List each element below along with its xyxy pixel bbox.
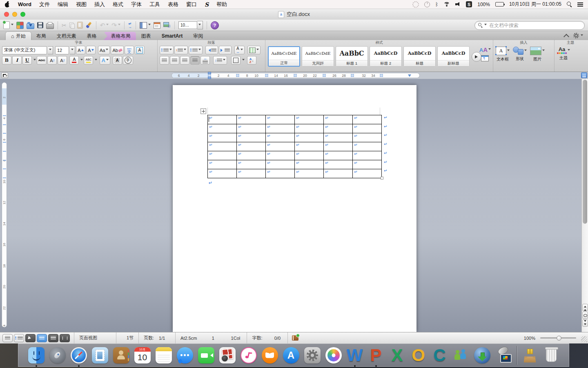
sync-status-icon[interactable] <box>412 1 419 8</box>
previous-page-button[interactable] <box>582 304 588 311</box>
italic-button[interactable]: I <box>12 56 22 65</box>
ribbon-tab-表格布局[interactable]: 表格布局 <box>104 32 136 40</box>
collapse-ribbon-icon[interactable] <box>564 34 569 40</box>
dock-powerpoint-icon[interactable]: P <box>366 345 386 366</box>
distribute-text-button[interactable]: ↔ <box>200 56 210 65</box>
table-cell[interactable]: ↵ <box>353 142 382 151</box>
minimize-window-button[interactable] <box>12 12 17 17</box>
menubar-menu[interactable]: 字体 <box>131 1 142 8</box>
table-cell[interactable]: ↵ <box>353 169 382 178</box>
style-card-标题[interactable]: AaBbCcD标题 <box>403 46 436 67</box>
table-cell[interactable]: ↵ <box>237 151 266 160</box>
table-row-marker[interactable] <box>3 124 6 125</box>
input-method-icon[interactable]: S <box>466 1 472 7</box>
document-page[interactable]: ↵↵↵↵↵↵↵↵↵↵↵↵↵↵↵↵↵↵↵↵↵↵↵↵↵↵↵↵↵↵↵↵↵↵↵↵↵↵↵↵… <box>173 85 416 332</box>
vertical-scrollbar[interactable] <box>581 79 588 332</box>
character-spacing-button[interactable]: A↔ <box>234 46 245 54</box>
gallery-button[interactable] <box>16 22 24 29</box>
document-proxy-icon[interactable]: a <box>278 11 284 18</box>
numbering-button[interactable]: 1 <box>174 46 188 54</box>
indent-marker[interactable] <box>408 74 411 78</box>
section-indicator[interactable]: 1节 <box>116 335 138 341</box>
ribbon-tab-开始[interactable]: ⌂开始 <box>6 32 31 40</box>
window-resize-grip[interactable] <box>581 336 587 342</box>
wifi-icon[interactable] <box>443 2 450 7</box>
table-cell[interactable]: ↵ <box>208 142 237 151</box>
table-cell[interactable]: ↵ <box>266 133 295 142</box>
subscript-button[interactable]: A2 <box>58 56 67 65</box>
show-formatting-marks-button[interactable]: ↵→ <box>128 22 132 29</box>
table-row-marker[interactable] <box>3 160 6 161</box>
table-column-marker[interactable] <box>236 74 239 77</box>
zoom-window-button[interactable] <box>20 12 25 17</box>
word-count-value[interactable]: 0/0 <box>267 336 287 341</box>
change-case-button[interactable]: Aa <box>98 46 110 54</box>
columns-button[interactable] <box>247 46 261 54</box>
dock-calendar-icon[interactable]: 10月10 <box>133 345 152 366</box>
save-button[interactable] <box>37 22 43 28</box>
time-machine-icon[interactable] <box>424 2 430 7</box>
dock-safari-icon[interactable] <box>69 345 89 366</box>
themes-button[interactable]: Aa 主题 <box>557 47 570 61</box>
publishing-layout-view-button[interactable] <box>25 334 36 342</box>
margin-handle-top[interactable] <box>208 72 211 74</box>
table-row-marker[interactable] <box>3 142 6 143</box>
menubar-menu[interactable]: 视图 <box>76 1 87 8</box>
print-button[interactable] <box>46 22 54 29</box>
media-browser-button[interactable]: ♫ <box>163 22 171 28</box>
underline-dropdown-icon[interactable] <box>33 59 36 62</box>
align-center-button[interactable] <box>170 56 179 65</box>
menubar-menu[interactable]: 文件 <box>39 1 50 8</box>
ribbon-tab-文档元素[interactable]: 文档元素 <box>51 32 82 40</box>
table-cell[interactable]: ↵ <box>295 160 324 169</box>
table-cell[interactable]: ↵ <box>295 169 324 178</box>
dock-photos-icon[interactable] <box>324 345 343 366</box>
table-cell[interactable]: ↵ <box>208 169 237 178</box>
spelling-status-icon[interactable] <box>292 335 298 341</box>
open-button[interactable] <box>27 22 34 29</box>
table-cell[interactable]: ↵ <box>208 133 237 142</box>
spotlight-icon[interactable] <box>567 2 572 7</box>
select-browse-object-button[interactable] <box>582 312 588 319</box>
table-column-marker[interactable] <box>323 74 326 77</box>
styles-pane-button[interactable] <box>481 55 489 61</box>
dock-network-globe-icon[interactable] <box>472 345 492 366</box>
justify-button[interactable] <box>190 56 200 65</box>
bullets-button[interactable] <box>160 46 174 54</box>
phonetic-guide-button[interactable]: wen文 <box>125 46 134 54</box>
dock-ibooks-icon[interactable] <box>260 345 280 366</box>
table-cell[interactable]: ↵ <box>324 151 353 160</box>
table-cell[interactable]: ↵ <box>208 160 237 169</box>
font-color-dropdown-icon[interactable] <box>80 59 83 62</box>
bold-button[interactable]: B <box>2 56 11 65</box>
menubar-menu[interactable]: 工具 <box>149 1 160 8</box>
bluetooth-icon[interactable]: ᛒ <box>435 2 438 7</box>
table-cell[interactable]: ↵ <box>324 115 353 124</box>
highlight-button[interactable]: ABC <box>84 56 93 65</box>
help-button[interactable]: ? <box>211 21 219 29</box>
clear-formatting-button[interactable]: Ab <box>111 46 123 54</box>
scrollbar-thumb[interactable] <box>583 80 587 224</box>
dock-launchpad-icon[interactable] <box>48 345 67 366</box>
table-row-marker[interactable] <box>3 133 6 134</box>
ribbon-tab-图表[interactable]: 图表 <box>136 32 156 40</box>
text-effects-button[interactable]: A <box>100 56 110 65</box>
table-cell[interactable]: ↵ <box>237 133 266 142</box>
character-border-button[interactable]: A <box>135 46 145 54</box>
underline-button[interactable]: U <box>22 56 32 65</box>
battery-icon[interactable]: ϟ <box>495 2 504 7</box>
table-cell[interactable]: ↵ <box>353 133 382 142</box>
redo-button[interactable]: ↷ <box>111 22 120 28</box>
table-cell[interactable]: ↵ <box>266 115 295 124</box>
table-cell[interactable]: ↵ <box>208 124 237 133</box>
ruler-toggle-button[interactable] <box>581 72 587 78</box>
insert-shapes-button[interactable]: 形状 <box>513 47 527 62</box>
table-cell[interactable]: ↵ <box>295 115 324 124</box>
table-column-marker[interactable] <box>265 74 268 77</box>
table-cell[interactable]: ↵ <box>266 169 295 178</box>
dock-contacts-icon[interactable] <box>111 345 131 366</box>
draft-view-button[interactable] <box>2 334 13 342</box>
dock-remote-desktop-icon[interactable] <box>494 345 513 366</box>
font-color-button[interactable]: A <box>69 56 79 65</box>
zoom-slider-knob[interactable] <box>557 336 561 341</box>
